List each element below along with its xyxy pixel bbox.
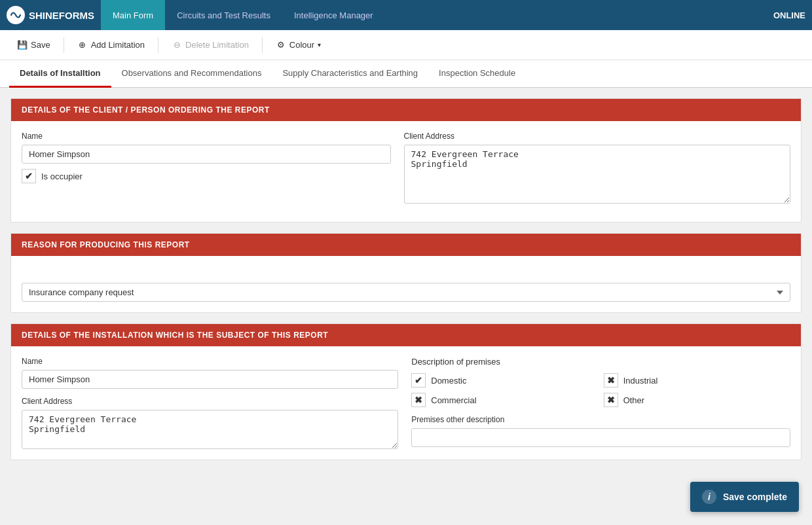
toolbar: 💾 Save ⊕ Add Limitation ⊖ Delete Limitat… — [0, 30, 812, 60]
section-reason-header: REASON FOR PRODUCING THIS REPORT — [11, 234, 801, 256]
save-button[interactable]: 💾 Save — [9, 36, 58, 54]
add-limitation-label: Add Limitation — [91, 40, 145, 50]
colour-label: Colour — [289, 40, 314, 50]
section-client-header: DETAILS OF THE CLIENT / PERSON ORDERING … — [11, 99, 801, 121]
delete-limitation-icon: ⊖ — [172, 40, 182, 50]
section-installation: DETAILS OF THE INSTALLATION WHICH IS THE… — [10, 323, 802, 460]
tab-supply-characteristics[interactable]: Supply Characteristics and Earthing — [272, 60, 428, 88]
installation-name-label: Name — [22, 357, 398, 366]
domestic-label: Domestic — [431, 376, 466, 386]
save-complete-toast: i Save complete — [690, 482, 799, 512]
installation-name-input[interactable] — [22, 370, 398, 389]
premises-industrial: ✖ Industrial — [604, 373, 790, 388]
save-label: Save — [31, 40, 50, 50]
commercial-checkbox[interactable]: ✖ — [411, 393, 426, 407]
reason-select[interactable]: Insurance company request Routine inspec… — [22, 283, 790, 302]
delete-limitation-button[interactable]: ⊖ Delete Limitation — [164, 36, 257, 54]
client-name-input[interactable] — [22, 145, 391, 164]
online-status: ONLINE — [773, 10, 805, 20]
installation-right: Description of premises ✔ Domestic ✖ Ind… — [411, 357, 790, 449]
brand-icon — [7, 6, 25, 24]
installation-address-group: Client Address 742 Evergreen Terrace Spr… — [22, 397, 398, 449]
industrial-label: Industrial — [623, 376, 658, 386]
is-occupier-label: Is occupier — [41, 172, 83, 181]
section-reason-body: Insurance company request Routine inspec… — [11, 256, 801, 312]
nav-tab-main-form[interactable]: Main Form — [101, 0, 165, 30]
tab-observations[interactable]: Observations and Recommendations — [111, 60, 272, 88]
other-label: Other — [623, 395, 645, 405]
premises-grid: ✔ Domestic ✖ Industrial ✖ Commercial ✖ — [411, 373, 790, 407]
client-address-input[interactable]: 742 Evergreen Terrace Springfield — [404, 145, 790, 204]
save-icon: 💾 — [17, 40, 28, 50]
page-content: DETAILS OF THE CLIENT / PERSON ORDERING … — [0, 88, 812, 521]
tab-inspection-schedule[interactable]: Inspection Schedule — [428, 60, 526, 88]
section-reason: REASON FOR PRODUCING THIS REPORT Insuran… — [10, 233, 802, 313]
add-limitation-icon: ⊕ — [77, 40, 88, 50]
client-name-group: Name ✔ Is occupier — [22, 132, 391, 204]
is-occupier-checkbox[interactable]: ✔ — [22, 169, 36, 183]
premises-other-desc-input[interactable] — [411, 428, 790, 447]
domestic-checkbox[interactable]: ✔ — [411, 373, 426, 388]
section-client-body: Name ✔ Is occupier Client Address 742 Ev… — [11, 121, 801, 222]
installation-left: Name Client Address 742 Evergreen Terrac… — [22, 357, 398, 449]
nav-tab-circuits[interactable]: Circuits and Test Results — [165, 0, 282, 30]
colour-button[interactable]: ⚙ Colour ▾ — [268, 36, 329, 54]
installation-address-label: Client Address — [22, 397, 398, 406]
client-form-row: Name ✔ Is occupier Client Address 742 Ev… — [22, 132, 790, 204]
add-limitation-button[interactable]: ⊕ Add Limitation — [69, 36, 153, 54]
premises-domestic: ✔ Domestic — [411, 373, 598, 388]
toolbar-sep-3 — [262, 37, 263, 53]
premises-other-desc-group: Premises other description — [411, 415, 790, 447]
premises-other-desc-label: Premises other description — [411, 415, 790, 424]
description-premises-label: Description of premises — [411, 357, 790, 367]
toast-message: Save complete — [723, 492, 787, 502]
tab-details-installation[interactable]: Details of Installtion — [9, 60, 111, 88]
installation-address-input[interactable]: 742 Evergreen Terrace Springfield — [22, 410, 398, 449]
is-occupier-row: ✔ Is occupier — [22, 169, 391, 183]
industrial-checkbox[interactable]: ✖ — [604, 373, 618, 388]
colour-dropdown-arrow: ▾ — [318, 41, 321, 48]
other-checkbox[interactable]: ✖ — [604, 393, 618, 407]
premises-other: ✖ Other — [604, 393, 790, 407]
section-installation-header: DETAILS OF THE INSTALLATION WHICH IS THE… — [11, 324, 801, 346]
installation-name-group: Name — [22, 357, 398, 389]
toolbar-sep-2 — [158, 37, 158, 53]
delete-limitation-label: Delete Limitation — [185, 40, 249, 50]
brand: SHINEFORMS — [7, 6, 94, 24]
client-name-label: Name — [22, 132, 391, 141]
colour-icon: ⚙ — [276, 40, 286, 50]
installation-row: Name Client Address 742 Evergreen Terrac… — [22, 357, 790, 449]
top-nav: SHINEFORMS Main Form Circuits and Test R… — [0, 0, 812, 30]
client-address-label: Client Address — [404, 132, 790, 141]
toolbar-sep-1 — [64, 37, 64, 53]
client-address-group: Client Address 742 Evergreen Terrace Spr… — [404, 132, 790, 204]
commercial-label: Commercial — [431, 395, 476, 405]
brand-name: SHINEFORMS — [29, 10, 94, 21]
premises-commercial: ✖ Commercial — [411, 393, 598, 407]
section-client-details: DETAILS OF THE CLIENT / PERSON ORDERING … — [10, 98, 802, 223]
reason-spacer — [22, 266, 790, 276]
toast-icon: i — [702, 490, 716, 504]
section-installation-body: Name Client Address 742 Evergreen Terrac… — [11, 346, 801, 460]
form-tabs-bar: Details of Installtion Observations and … — [0, 60, 812, 88]
nav-tab-intelligence[interactable]: Intelligence Manager — [282, 0, 385, 30]
